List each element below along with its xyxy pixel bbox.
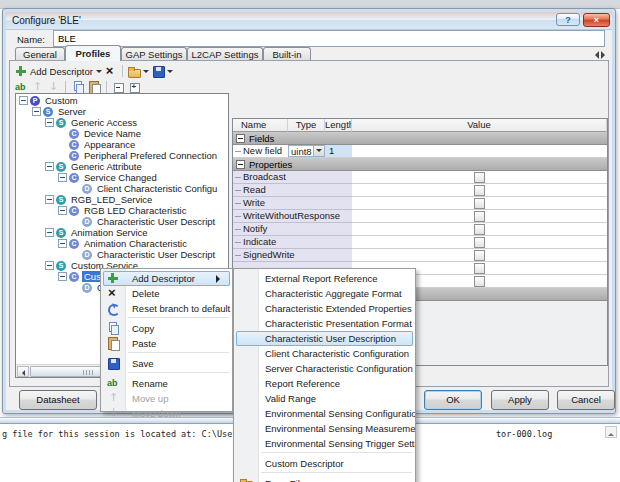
tree-item[interactable]: PCustom — [16, 95, 228, 106]
move-up-icon[interactable] — [31, 81, 43, 93]
property-name: Read — [233, 184, 352, 197]
menu-item-environmental-sensing-measurement[interactable]: Environmental Sensing Measurement — [234, 421, 415, 436]
property-checkbox[interactable] — [474, 276, 485, 287]
tree-item[interactable]: CDevice Name — [16, 128, 228, 139]
tree-expander-icon[interactable] — [45, 195, 54, 204]
move-down-icon[interactable] — [47, 81, 59, 93]
new-field-value-cell[interactable] — [352, 145, 607, 158]
tree-item[interactable]: CAnimation Characteristic — [16, 238, 228, 249]
tree-item[interactable]: CRGB LED Characteristic — [16, 205, 228, 216]
tab-scroll-right-icon[interactable] — [601, 51, 609, 59]
tree-expander-icon[interactable] — [45, 261, 54, 270]
tree-expander-icon[interactable] — [58, 206, 67, 215]
apply-button[interactable]: Apply — [491, 390, 549, 410]
menu-item-client-characteristic-configuration[interactable]: Client Characteristic Configuration — [234, 346, 415, 361]
tree-item[interactable]: CPeripheral Prefered Connection — [16, 150, 228, 161]
expand-all-icon[interactable] — [129, 81, 141, 93]
menu-item-characteristic-presentation-format[interactable]: Characteristic Presentation Format — [234, 316, 415, 331]
tab-profiles[interactable]: Profiles — [65, 45, 121, 61]
tree-item[interactable]: DCharacteristic User Descript — [16, 249, 228, 260]
menu-item-characteristic-extended-properties[interactable]: Characteristic Extended Properties — [234, 301, 415, 316]
menu-item-characteristic-aggregate-format[interactable]: Characteristic Aggregate Format — [234, 286, 415, 301]
tree-item[interactable]: CAppearance — [16, 139, 228, 150]
menu-item-external-report-reference[interactable]: External Report Reference — [234, 271, 415, 286]
rename-icon[interactable] — [15, 81, 27, 93]
cancel-button[interactable]: Cancel — [557, 390, 615, 410]
property-checkbox[interactable] — [474, 237, 485, 248]
group-expander-icon[interactable] — [236, 160, 245, 169]
tree-expander-icon[interactable] — [19, 96, 28, 105]
property-checkbox[interactable] — [474, 172, 485, 183]
new-field-name[interactable]: New field — [233, 145, 288, 158]
group-expander-icon[interactable] — [236, 134, 245, 143]
property-checkbox[interactable] — [474, 224, 485, 235]
property-checkbox[interactable] — [474, 263, 485, 274]
tree-expander-icon[interactable] — [45, 228, 54, 237]
save-profile-icon[interactable] — [152, 65, 164, 77]
menu-item-valid-range[interactable]: Valid Range — [234, 391, 415, 406]
datasheet-button[interactable]: Datasheet — [19, 390, 97, 410]
tree-expander-icon[interactable] — [45, 162, 54, 171]
menu-item-paste[interactable]: Paste — [101, 336, 232, 351]
copy-icon[interactable] — [72, 81, 84, 93]
close-button[interactable]: × — [583, 13, 610, 27]
tab-general[interactable]: General — [15, 47, 65, 61]
menu-item-environmental-sensing-configuration[interactable]: Environmental Sensing Configuration — [234, 406, 415, 421]
open-profile-icon[interactable] — [128, 65, 140, 77]
menu-item-label: External Report Reference — [265, 273, 377, 284]
menu-item-save[interactable]: Save — [101, 356, 232, 371]
paste-icon[interactable] — [88, 81, 100, 93]
property-checkbox[interactable] — [474, 198, 485, 209]
tab-built-in[interactable]: Built-in — [263, 47, 311, 61]
tab-scroll-left-icon[interactable] — [591, 51, 599, 59]
menu-item-custom-descriptor[interactable]: Custom Descriptor — [234, 456, 415, 471]
tree-item[interactable]: SGeneric Access — [16, 117, 228, 128]
menu-item-environmental-sensing-trigger-setting[interactable]: Environmental Sensing Trigger Setting — [234, 436, 415, 451]
property-checkbox[interactable] — [474, 250, 485, 261]
menu-item-from-file[interactable]: From File... — [234, 476, 415, 482]
tab-gap-settings[interactable]: GAP Settings — [121, 47, 187, 61]
dialog-titlebar[interactable]: Configure 'BLE' — [6, 12, 612, 30]
menu-item-rename[interactable]: Rename — [101, 376, 232, 391]
add-descriptor-dropdown-icon[interactable] — [96, 70, 102, 76]
new-field-type-select[interactable]: uint8 — [288, 145, 325, 157]
menu-item-delete[interactable]: Delete — [101, 286, 232, 301]
tree-item[interactable]: CService Changed — [16, 172, 228, 183]
scroll-left-button[interactable] — [17, 366, 29, 377]
property-checkbox[interactable] — [474, 211, 485, 222]
tab-scroll-arrows[interactable] — [591, 50, 611, 60]
tree-item[interactable]: SRGB_LED_Service — [16, 194, 228, 205]
log-scroll-up-button[interactable] — [605, 426, 617, 438]
menu-item-characteristic-user-description[interactable]: Characteristic User Description — [236, 331, 413, 346]
menu-item-server-characteristic-configuration[interactable]: Server Characteristic Configuration — [234, 361, 415, 376]
menu-item-copy[interactable]: Copy — [101, 321, 232, 336]
tree-expander-icon[interactable] — [32, 107, 41, 116]
open-dropdown-icon[interactable] — [143, 70, 149, 76]
new-field-length-cell[interactable]: 1 — [325, 145, 352, 158]
save-dropdown-icon[interactable] — [167, 70, 173, 76]
menu-item-add-descriptor[interactable]: Add Descriptor — [103, 271, 230, 286]
tree-expander-icon[interactable] — [45, 118, 54, 127]
type-dropdown-icon[interactable] — [313, 146, 324, 156]
add-descriptor-icon[interactable] — [15, 65, 27, 77]
tree-item[interactable]: SGeneric Attribute — [16, 161, 228, 172]
property-checkbox[interactable] — [474, 185, 485, 196]
add-descriptor-button[interactable]: Add Descriptor — [30, 66, 93, 77]
collapse-all-icon[interactable] — [113, 81, 125, 93]
menu-item-reset-branch-to-default[interactable]: Reset branch to default — [101, 301, 232, 316]
tree-expander-icon[interactable] — [58, 272, 67, 281]
tree-expander-icon[interactable] — [58, 173, 67, 182]
grid-group-row[interactable]: Fields — [233, 132, 607, 145]
tree-item[interactable]: DCharacteristic User Descript — [16, 216, 228, 227]
tree-item[interactable]: DClient Characteristic Configu — [16, 183, 228, 194]
menu-item-report-reference[interactable]: Report Reference — [234, 376, 415, 391]
tree-item[interactable]: SServer — [16, 106, 228, 117]
grid-group-row[interactable]: Properties — [233, 158, 607, 171]
delete-node-icon[interactable] — [105, 65, 117, 77]
help-button[interactable]: ? — [556, 13, 580, 26]
tree-expander-icon[interactable] — [58, 239, 67, 248]
tab-l2cap-settings[interactable]: L2CAP Settings — [187, 47, 263, 61]
tree-item[interactable]: SAnimation Service — [16, 227, 228, 238]
ok-button[interactable]: OK — [424, 390, 482, 410]
name-input[interactable] — [53, 30, 605, 47]
